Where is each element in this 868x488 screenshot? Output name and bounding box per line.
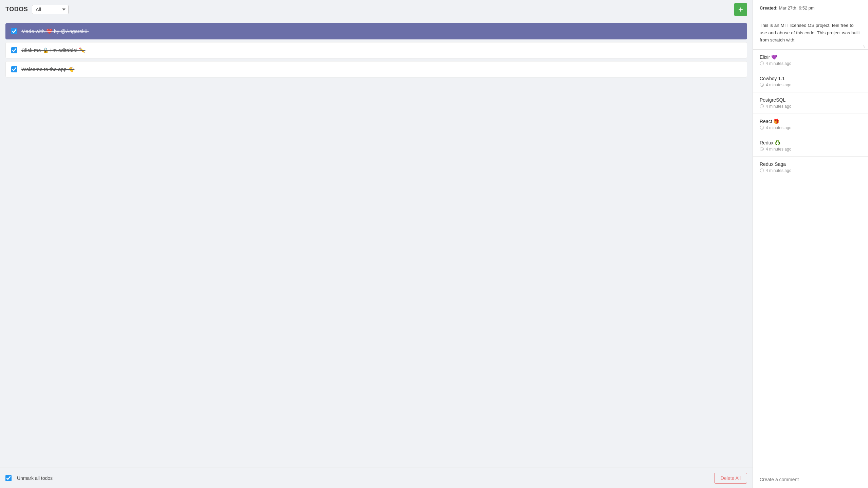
dep-time: 4 minutes ago (760, 83, 861, 87)
comment-input[interactable] (760, 477, 861, 482)
dep-time-text: 4 minutes ago (766, 147, 791, 152)
dependency-item: Elixir 💜 4 minutes ago (753, 50, 868, 71)
dep-time-text: 4 minutes ago (766, 125, 791, 130)
dep-name: Redux Saga (760, 161, 861, 167)
dep-name: Redux ♻️ (760, 140, 861, 145)
right-panel: Created: Mar 27th, 6:52 pm This is an MI… (753, 0, 868, 488)
clock-icon (760, 61, 764, 66)
clock-icon (760, 83, 764, 87)
clock-icon (760, 104, 764, 108)
svg-line-17 (762, 171, 763, 171)
dependency-item: Redux Saga 4 minutes ago (753, 157, 868, 178)
todo-item: Made with ❤️ by @Angarsk8! (5, 23, 747, 39)
dep-time-text: 4 minutes ago (766, 104, 791, 109)
dep-time: 4 minutes ago (760, 61, 861, 66)
dep-time: 4 minutes ago (760, 104, 861, 109)
page-title: TODOS (5, 6, 28, 13)
description-text: This is an MIT licensed OS project, feel… (760, 23, 860, 42)
unmark-all-checkbox[interactable] (5, 475, 12, 481)
todo-item: Welcome to the app 👋 (5, 61, 747, 77)
add-todo-button[interactable]: + (734, 3, 747, 16)
dependency-item: PostgreSQL 4 minutes ago (753, 92, 868, 114)
dep-time: 4 minutes ago (760, 147, 861, 152)
todo-checkbox-3[interactable] (11, 66, 17, 72)
dependency-item: Cowboy 1.1 4 minutes ago (753, 71, 868, 92)
todo-text-2: Click me 🔒 I'm editable! ✏️ (21, 47, 85, 53)
dependencies-list: Elixir 💜 4 minutes ago Cowboy 1.1 (753, 50, 868, 471)
created-date: Mar 27th, 6:52 pm (779, 5, 815, 11)
todo-text-1: Made with ❤️ by @Angarsk8! (21, 28, 89, 34)
dep-time-text: 4 minutes ago (766, 61, 791, 66)
todo-list: Made with ❤️ by @Angarsk8! Click me 🔒 I'… (0, 19, 753, 468)
header: TODOS All Active Completed + (0, 0, 753, 19)
svg-line-5 (762, 85, 763, 86)
dep-name: React 🎁 (760, 119, 861, 124)
dependency-item: React 🎁 4 minutes ago (753, 114, 868, 135)
dep-time: 4 minutes ago (760, 125, 861, 130)
unmark-all-label[interactable]: Unmark all todos (17, 475, 53, 481)
svg-line-11 (762, 128, 763, 128)
clock-icon (760, 147, 764, 151)
delete-all-button[interactable]: Delete All (714, 473, 747, 484)
todo-checkbox-1[interactable] (11, 28, 17, 34)
resize-handle-icon: ⤡ (863, 44, 867, 48)
svg-line-14 (762, 149, 763, 150)
dep-time: 4 minutes ago (760, 168, 861, 173)
clock-icon (760, 168, 764, 173)
footer: Unmark all todos Delete All (0, 468, 753, 488)
dep-name: PostgreSQL (760, 97, 861, 103)
svg-line-8 (762, 106, 763, 107)
svg-line-2 (762, 64, 763, 64)
clock-icon (760, 125, 764, 130)
todo-text-3: Welcome to the app 👋 (21, 66, 74, 72)
comment-section (753, 471, 868, 488)
dep-time-text: 4 minutes ago (766, 83, 791, 87)
dep-name: Cowboy 1.1 (760, 76, 861, 81)
todo-checkbox-2[interactable] (11, 47, 17, 53)
created-header: Created: Mar 27th, 6:52 pm (753, 0, 868, 16)
todo-item: Click me 🔒 I'm editable! ✏️ (5, 42, 747, 58)
created-label: Created: (760, 5, 778, 11)
dep-time-text: 4 minutes ago (766, 168, 791, 173)
filter-select[interactable]: All Active Completed (32, 5, 69, 14)
dep-name: Elixir 💜 (760, 54, 861, 60)
dependency-item: Redux ♻️ 4 minutes ago (753, 135, 868, 157)
description-section: This is an MIT licensed OS project, feel… (753, 16, 868, 50)
left-panel: TODOS All Active Completed + Made with ❤… (0, 0, 753, 488)
